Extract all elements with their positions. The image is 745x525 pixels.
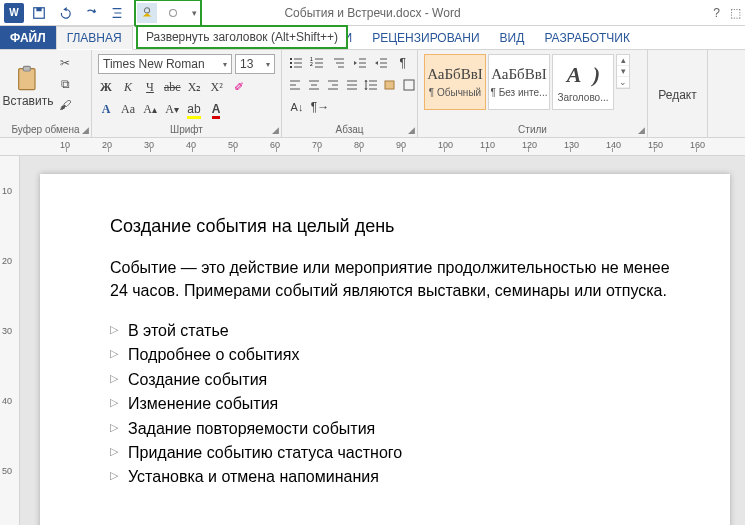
tab-home[interactable]: ГЛАВНАЯ: [56, 26, 133, 50]
style-no-spacing[interactable]: АаБбВвІ ¶ Без инте...: [488, 54, 550, 110]
grow-font-button[interactable]: A▴: [142, 100, 158, 118]
inc-indent-icon[interactable]: [373, 54, 389, 72]
ruler-mark: 70: [312, 140, 322, 150]
paste-button[interactable]: Вставить: [6, 54, 50, 114]
change-case-button[interactable]: Aa: [120, 100, 136, 118]
ruler-mark: 110: [480, 140, 495, 150]
borders-icon[interactable]: [402, 76, 416, 94]
copy-icon[interactable]: ⧉: [56, 75, 74, 92]
ruler-mark: 30: [144, 140, 154, 150]
bullets-icon[interactable]: [288, 54, 304, 72]
editing-label[interactable]: Редакт: [658, 88, 696, 102]
style-heading1[interactable]: A ) Заголово...: [552, 54, 614, 110]
outline-item[interactable]: Изменение события: [110, 393, 690, 415]
font-size-combo[interactable]: 13▾: [235, 54, 275, 74]
align-right-icon[interactable]: [326, 76, 340, 94]
redo-icon[interactable]: [82, 4, 100, 22]
tab-review[interactable]: РЕЦЕНЗИРОВАНИ: [362, 26, 489, 49]
format-painter-icon[interactable]: 🖌: [56, 97, 74, 114]
shading-icon[interactable]: [383, 76, 397, 94]
group-editing: Редакт: [648, 50, 708, 137]
tab-file[interactable]: ФАЙЛ: [0, 26, 56, 49]
dec-indent-icon[interactable]: [352, 54, 368, 72]
outline-item[interactable]: В этой статье: [110, 320, 690, 342]
styles-more-icon[interactable]: ⌄: [617, 77, 629, 88]
group-font-label: Шрифт: [98, 122, 275, 135]
ruler-vertical[interactable]: 1020304050: [0, 156, 20, 525]
ruler-mark: 10: [60, 140, 70, 150]
show-marks-icon[interactable]: ¶: [395, 54, 411, 72]
title-bar: W ▾ Развернуть заголовок (Alt+Shift++) С…: [0, 0, 745, 26]
tab-view[interactable]: ВИД: [490, 26, 535, 49]
inc-indent-icon[interactable]: [108, 4, 126, 22]
align-left-icon[interactable]: [288, 76, 302, 94]
group-font: Times New Roman▾ 13▾ Ж К Ч abc X₂ X² ✐ A…: [92, 50, 282, 137]
justify-icon[interactable]: [345, 76, 359, 94]
ltr-icon[interactable]: ¶→: [311, 98, 329, 116]
ribbon-display-icon[interactable]: ⬚: [730, 6, 741, 20]
style-name: ¶ Обычный: [429, 87, 481, 98]
cut-icon[interactable]: ✂: [56, 54, 74, 71]
style-normal[interactable]: АаБбВвІ ¶ Обычный: [424, 54, 486, 110]
underline-button[interactable]: Ч: [142, 78, 158, 96]
collapse-heading-icon[interactable]: [163, 3, 183, 23]
workspace: 1020304050 Создание события на целый ден…: [0, 156, 745, 525]
save-icon[interactable]: [30, 4, 48, 22]
clear-format-icon[interactable]: ✐: [231, 78, 247, 96]
expand-heading-icon[interactable]: [137, 3, 157, 23]
style-name: Заголово...: [558, 92, 609, 103]
superscript-button[interactable]: X²: [209, 78, 225, 96]
ruler-mark: 90: [396, 140, 406, 150]
word-app-icon: W: [4, 3, 24, 23]
window-title: События и Встречи.docx - Word: [284, 6, 460, 20]
italic-button[interactable]: К: [120, 78, 136, 96]
font-name-combo[interactable]: Times New Roman▾: [98, 54, 232, 74]
shrink-font-button[interactable]: A▾: [164, 100, 180, 118]
group-clipboard: Вставить ✂ ⧉ 🖌 Буфер обмена ◢: [0, 50, 92, 137]
outline-item[interactable]: Подробнее о событиях: [110, 344, 690, 366]
outline-item[interactable]: Установка и отмена напоминания: [110, 466, 690, 488]
paragraph-launcher-icon[interactable]: ◢: [408, 125, 415, 135]
help-icon[interactable]: ?: [713, 6, 720, 20]
font-color-button[interactable]: A: [208, 100, 224, 118]
line-spacing-icon[interactable]: [364, 76, 378, 94]
ruler-horizontal[interactable]: 102030405060708090100110120130140150160: [0, 138, 745, 156]
outline-list: В этой статьеПодробнее о событияхСоздани…: [110, 320, 690, 489]
clipboard-launcher-icon[interactable]: ◢: [82, 125, 89, 135]
document-page[interactable]: Создание события на целый день Событие —…: [40, 174, 730, 525]
group-paragraph: 12 ¶ A↓ ¶→ Абзац ◢: [282, 50, 418, 137]
styles-launcher-icon[interactable]: ◢: [638, 125, 645, 135]
strikethrough-button[interactable]: abc: [164, 78, 181, 96]
text-effects-icon[interactable]: A: [98, 100, 114, 118]
font-launcher-icon[interactable]: ◢: [272, 125, 279, 135]
undo-icon[interactable]: [56, 4, 74, 22]
doc-heading: Создание события на целый день: [110, 214, 690, 239]
styles-up-icon[interactable]: ▴: [617, 55, 629, 66]
svg-point-2: [144, 7, 149, 12]
ruler-mark: 40: [186, 140, 196, 150]
svg-rect-4: [19, 69, 35, 90]
subscript-button[interactable]: X₂: [187, 78, 203, 96]
group-clipboard-label: Буфер обмена: [6, 122, 85, 135]
multilevel-icon[interactable]: [331, 54, 347, 72]
ruler-mark: 10: [2, 186, 12, 196]
qat-dropdown-icon[interactable]: ▾: [189, 3, 199, 23]
styles-down-icon[interactable]: ▾: [617, 66, 629, 77]
svg-text:2: 2: [310, 61, 313, 67]
sort-icon[interactable]: A↓: [288, 98, 306, 116]
bold-button[interactable]: Ж: [98, 78, 114, 96]
outline-item[interactable]: Задание повторяемости события: [110, 418, 690, 440]
styles-scroll: ▴ ▾ ⌄: [616, 54, 630, 89]
window-controls: ? ⬚: [713, 6, 741, 20]
tab-developer[interactable]: РАЗРАБОТЧИК: [534, 26, 640, 49]
ribbon: Вставить ✂ ⧉ 🖌 Буфер обмена ◢ Times New …: [0, 50, 745, 138]
ruler-mark: 50: [2, 466, 12, 476]
align-center-icon[interactable]: [307, 76, 321, 94]
ribbon-tabs: ФАЙЛ ГЛАВНАЯ ВСТАВКА ДИЗАЙН РАЗМЕТКА СТР…: [0, 26, 745, 50]
highlight-button[interactable]: ab: [186, 100, 202, 118]
style-preview: A ): [567, 62, 599, 88]
numbering-icon[interactable]: 12: [309, 54, 325, 72]
outline-item[interactable]: Создание события: [110, 369, 690, 391]
outline-item[interactable]: Придание событию статуса частного: [110, 442, 690, 464]
ruler-mark: 30: [2, 326, 12, 336]
